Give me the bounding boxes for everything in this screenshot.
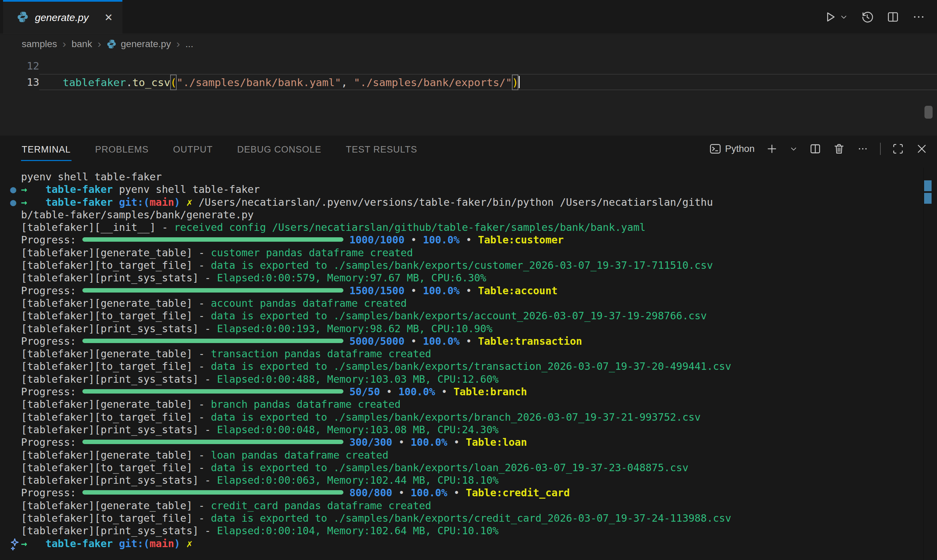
terminal-line: Progress: 50/50 • 100.0% • Table:branch <box>21 385 731 398</box>
tab-terminal[interactable]: TERMINAL <box>21 137 72 161</box>
terminal-token: Progress: <box>21 234 82 246</box>
editor-tab-generate-py[interactable]: generate.py ✕ <box>3 0 122 34</box>
tab-problems[interactable]: PROBLEMS <box>95 137 149 161</box>
tab-output[interactable]: OUTPUT <box>172 137 214 161</box>
terminal-line: [tablefaker][generate_table] - transacti… <box>21 348 731 360</box>
terminal-token: Table:account <box>478 285 558 297</box>
tab-close-icon[interactable]: ✕ <box>105 12 113 23</box>
terminal-token <box>343 436 349 448</box>
terminal-token: • <box>435 386 454 398</box>
panel-tabs: TERMINAL PROBLEMS OUTPUT DEBUG CONSOLE T… <box>21 137 418 161</box>
bottom-panel: TERMINAL PROBLEMS OUTPUT DEBUG CONSOLE T… <box>0 135 937 560</box>
new-terminal-button[interactable] <box>765 142 779 155</box>
terminal-token: [tablefaker][generate_table] - <box>21 500 211 512</box>
terminal-line: [tablefaker][generate_table] - credit_ca… <box>21 499 731 512</box>
terminal-token: • <box>405 234 423 246</box>
python-icon <box>106 38 117 49</box>
kill-terminal-trash-button[interactable] <box>832 142 845 155</box>
terminal-token: Progress: <box>21 285 82 297</box>
more-actions-icon[interactable] <box>856 142 869 155</box>
terminal-token: • <box>380 386 398 398</box>
terminal-token: • <box>448 487 466 498</box>
split-editor-button[interactable] <box>886 10 900 24</box>
editor-tab-bar: generate.py ✕ <box>0 0 937 34</box>
terminal-token: • <box>460 285 478 297</box>
terminal-token: received config /Users/necatiarslan/gith… <box>174 222 646 233</box>
terminal-prompt-icon <box>709 142 722 155</box>
code-editor[interactable]: 12 13 tablefaker.to_csv("./samples/bank/… <box>0 54 937 135</box>
separator <box>880 143 881 155</box>
terminal-token <box>343 487 349 498</box>
split-terminal-button[interactable] <box>809 142 822 155</box>
terminal-token <box>27 196 45 208</box>
terminal-token <box>343 335 349 347</box>
terminal-line: [tablefaker][to_target_file] - data is e… <box>21 512 731 525</box>
terminal-token: table-faker <box>45 196 113 208</box>
code-token: ) <box>512 75 519 90</box>
breadcrumb-item-symbol[interactable]: ... <box>185 38 193 49</box>
terminal-token: [tablefaker][to_target_file] - <box>21 259 211 271</box>
terminal-line: [tablefaker][print_sys_stats] - Elapsed:… <box>21 423 731 436</box>
progress-bar <box>82 490 343 495</box>
terminal-token: Progress: <box>21 487 82 498</box>
terminal-token: ✗ <box>186 538 192 549</box>
progress-bar <box>82 237 343 242</box>
panel-actions: Python <box>709 142 928 155</box>
tab-test-results[interactable]: TEST RESULTS <box>345 137 418 161</box>
terminal-token <box>27 538 45 549</box>
terminal-token <box>343 285 349 297</box>
breadcrumb-item-samples[interactable]: samples <box>22 38 57 49</box>
breadcrumb-item-file[interactable]: generate.py <box>121 38 171 49</box>
more-actions-icon[interactable] <box>912 10 925 24</box>
chevron-down-icon <box>839 12 848 22</box>
breadcrumb-item-bank[interactable]: bank <box>72 38 92 49</box>
terminal-line: pyenv shell table-faker <box>21 171 731 183</box>
terminal-token: Elapsed:0:00:579, Memory:97.67 MB, CPU:6… <box>217 272 486 284</box>
timeline-history-button[interactable] <box>860 10 874 24</box>
terminal-line: [tablefaker][generate_table] - customer … <box>21 246 731 259</box>
terminal-token: Elapsed:0:00:488, Memory:103.03 MB, CPU:… <box>217 373 499 385</box>
python-icon <box>17 11 29 25</box>
terminal-line: [tablefaker][generate_table] - loan pand… <box>21 449 731 462</box>
terminal-token: 50/50 <box>349 386 380 398</box>
terminal-token: [tablefaker][generate_table] - <box>21 348 211 360</box>
terminal-token: branch pandas dataframe created <box>211 398 401 410</box>
terminal-token: 100.0% <box>423 234 459 246</box>
terminal-token: • <box>460 335 478 347</box>
editor-scrollbar-thumb[interactable] <box>925 106 932 118</box>
terminal-line: → table-faker git:(main) ✗ <box>21 537 731 550</box>
terminal-token: 300/300 <box>349 436 392 448</box>
terminal-token: b/table-faker/samples/bank/generate.py <box>21 209 254 221</box>
launch-profile-chevron-icon[interactable] <box>789 145 798 153</box>
tab-debug-console[interactable]: DEBUG CONSOLE <box>237 137 322 161</box>
terminal-shell-selector[interactable]: Python <box>709 142 755 155</box>
close-panel-button[interactable] <box>915 142 928 155</box>
terminal-token: git:( <box>119 196 149 208</box>
terminal-command-mark[interactable] <box>924 193 932 204</box>
terminal-command-mark[interactable] <box>924 180 932 191</box>
terminal-token: 100.0% <box>423 335 459 347</box>
terminal-token: pyenv shell table-faker <box>113 183 260 195</box>
terminal-line: [tablefaker][__init__] - received config… <box>21 221 731 234</box>
editor-actions <box>823 0 937 34</box>
terminal-line: Progress: 5000/5000 • 100.0% • Table:tra… <box>21 335 731 348</box>
terminal-token: Progress: <box>21 335 82 347</box>
maximize-panel-button[interactable] <box>892 142 905 155</box>
terminal-token: pyenv shell table-faker <box>21 171 162 183</box>
progress-bar <box>82 440 343 444</box>
terminal-token: ) <box>174 538 180 549</box>
terminal-line: [tablefaker][to_target_file] - data is e… <box>21 309 731 322</box>
prompt-arrow: → <box>21 196 27 208</box>
terminal-output[interactable]: pyenv shell table-faker●→ table-faker py… <box>21 171 731 550</box>
breadcrumb-separator: › <box>176 38 180 50</box>
run-button[interactable] <box>823 10 848 24</box>
terminal-token: Table:customer <box>478 234 564 246</box>
terminal-line: ●→ table-faker git:(main) ✗ /Users/necat… <box>21 196 731 208</box>
code-line <box>39 58 937 74</box>
terminal-line: [tablefaker][print_sys_stats] - Elapsed:… <box>21 322 731 335</box>
terminal-token: Table:transaction <box>478 335 582 347</box>
terminal-token: [tablefaker][generate_table] - <box>21 297 211 309</box>
terminal-token: table-faker <box>45 183 113 195</box>
terminal-token: Elapsed:0:00:193, Memory:98.62 MB, CPU:1… <box>217 323 492 335</box>
terminal-token: data is exported to ./samples/bank/expor… <box>211 360 731 372</box>
